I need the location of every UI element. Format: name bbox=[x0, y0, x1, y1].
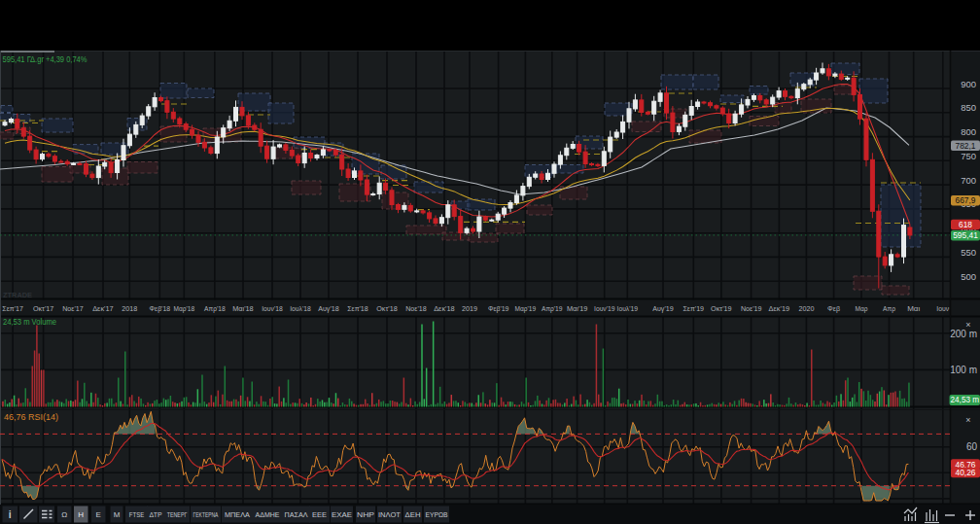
svg-text:ΝΗΡ: ΝΗΡ bbox=[357, 510, 374, 519]
svg-text:ΔΕΗ: ΔΕΗ bbox=[405, 510, 421, 519]
svg-text:Ω: Ω bbox=[61, 510, 67, 519]
svg-text:Μαι: Μαι bbox=[907, 304, 920, 313]
svg-text:700: 700 bbox=[961, 175, 976, 186]
svg-text:595,41 ΓΔ.gr +4,39 0,74%: 595,41 ΓΔ.gr +4,39 0,74% bbox=[3, 54, 88, 64]
svg-text:800: 800 bbox=[961, 126, 976, 137]
svg-text:Σεπ'18: Σεπ'18 bbox=[347, 304, 368, 313]
svg-text:2019: 2019 bbox=[462, 304, 477, 313]
svg-text:2018: 2018 bbox=[122, 304, 137, 313]
svg-text:Φεβ'19: Φεβ'19 bbox=[488, 304, 509, 313]
svg-text:ΕΥΡΩΒ: ΕΥΡΩΒ bbox=[426, 510, 448, 519]
svg-text:Νοε'17: Νοε'17 bbox=[62, 304, 84, 313]
svg-text:Δεκ'17: Δεκ'17 bbox=[92, 304, 114, 313]
svg-text:Μαι'19: Μαι'19 bbox=[567, 304, 588, 313]
svg-text:550: 550 bbox=[961, 247, 976, 258]
svg-text:Δεκ'19: Δεκ'19 bbox=[769, 304, 790, 313]
svg-text:Ιουν: Ιουν bbox=[936, 304, 949, 313]
svg-text:Αυγ'19: Αυγ'19 bbox=[652, 304, 674, 313]
svg-text:Ιουν'18: Ιουν'18 bbox=[262, 304, 283, 313]
svg-text:Οκτ'17: Οκτ'17 bbox=[33, 304, 54, 313]
svg-text:Μαι'18: Μαι'18 bbox=[232, 304, 254, 313]
svg-text:ΓΕΚΤΕΡΝΑ: ΓΕΚΤΕΡΝΑ bbox=[193, 510, 219, 519]
svg-text:ΜΠΕΛΑ: ΜΠΕΛΑ bbox=[225, 510, 251, 519]
svg-text:Μαρ'18: Μαρ'18 bbox=[174, 304, 195, 313]
svg-text:Ε: Ε bbox=[96, 510, 101, 519]
svg-text:24,53 m: 24,53 m bbox=[951, 396, 980, 404]
svg-text:Αυγ'18: Αυγ'18 bbox=[318, 304, 339, 313]
svg-text:Μαρ'19: Μαρ'19 bbox=[515, 304, 537, 313]
svg-text:Νοε'19: Νοε'19 bbox=[741, 304, 762, 313]
svg-text:FTSE: FTSE bbox=[129, 510, 145, 519]
svg-text:Φεβ: Φεβ bbox=[827, 304, 840, 313]
svg-text:900: 900 bbox=[961, 79, 976, 89]
svg-text:Οκτ'19: Οκτ'19 bbox=[711, 304, 732, 313]
svg-text:ΔΤΡ: ΔΤΡ bbox=[150, 510, 162, 519]
svg-text:40,26: 40,26 bbox=[956, 468, 976, 477]
svg-text:Νοε'18: Νοε'18 bbox=[405, 304, 427, 313]
svg-text:×: × bbox=[965, 415, 970, 425]
svg-text:Η: Η bbox=[78, 510, 84, 519]
svg-text:500: 500 bbox=[961, 271, 976, 282]
svg-text:Απρ'19: Απρ'19 bbox=[542, 304, 563, 313]
svg-text:ΠΑΣΑΛ: ΠΑΣΑΛ bbox=[285, 510, 309, 519]
svg-text:100 m: 100 m bbox=[950, 365, 977, 375]
svg-text:Μ: Μ bbox=[114, 510, 121, 519]
svg-text:Σεπ'17: Σεπ'17 bbox=[2, 304, 23, 313]
svg-text:750: 750 bbox=[961, 151, 976, 161]
svg-text:595,41: 595,41 bbox=[953, 230, 978, 240]
svg-text:46,76 RSI(14): 46,76 RSI(14) bbox=[4, 412, 58, 422]
svg-text:24,53 m Volume: 24,53 m Volume bbox=[3, 317, 56, 327]
svg-text:ΕΕΕ: ΕΕΕ bbox=[312, 510, 327, 519]
svg-text:i: i bbox=[9, 508, 12, 520]
svg-text:ΙΝΛΟΤ: ΙΝΛΟΤ bbox=[378, 510, 401, 519]
svg-text:618: 618 bbox=[959, 220, 972, 229]
svg-text:ΑΔΜΗΕ: ΑΔΜΗΕ bbox=[256, 510, 280, 519]
svg-text:Φεβ'18: Φεβ'18 bbox=[150, 304, 171, 313]
svg-text:Μαρ: Μαρ bbox=[856, 304, 868, 313]
svg-text:2020: 2020 bbox=[798, 304, 814, 313]
svg-text:Οκτ'18: Οκτ'18 bbox=[376, 304, 398, 313]
svg-text:Ιουλ'19: Ιουλ'19 bbox=[617, 304, 639, 313]
svg-text:60: 60 bbox=[966, 441, 978, 452]
svg-text:850: 850 bbox=[961, 102, 976, 113]
svg-text:Σεπ'19: Σεπ'19 bbox=[683, 304, 705, 313]
svg-text:782,1: 782,1 bbox=[956, 141, 976, 151]
svg-text:ΕΧΑΕ: ΕΧΑΕ bbox=[332, 510, 352, 519]
svg-text:ZTRADE: ZTRADE bbox=[3, 291, 32, 299]
svg-text:ΤΕΝΕΡΓ: ΤΕΝΕΡΓ bbox=[167, 510, 188, 519]
svg-text:Δεκ'18: Δεκ'18 bbox=[434, 304, 455, 313]
svg-text:Ιουν'19: Ιουν'19 bbox=[594, 304, 615, 313]
svg-text:Ιουλ'18: Ιουλ'18 bbox=[290, 304, 311, 313]
svg-text:Απρ'18: Απρ'18 bbox=[204, 304, 226, 313]
svg-text:Απρ: Απρ bbox=[883, 304, 895, 313]
svg-text:200 m: 200 m bbox=[950, 329, 977, 339]
svg-text:667,9: 667,9 bbox=[956, 195, 976, 205]
